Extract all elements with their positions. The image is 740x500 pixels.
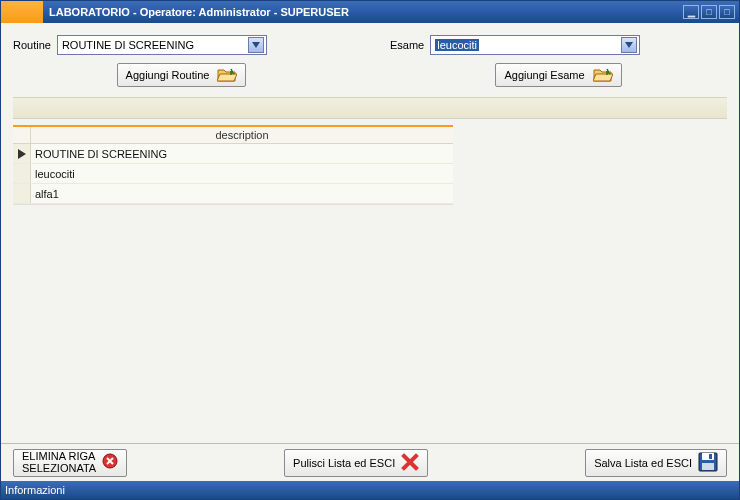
status-bar: Informazioni bbox=[1, 481, 739, 499]
window-title: LABORATORIO - Operatore: Administrator -… bbox=[49, 6, 683, 18]
clear-list-label: Pulisci Lista ed ESCI bbox=[293, 457, 395, 469]
grid-col-description[interactable]: description bbox=[31, 127, 453, 143]
save-list-label: Salva Lista ed ESCI bbox=[594, 457, 692, 469]
minimize-button[interactable]: ▁ bbox=[683, 5, 699, 19]
cell-description[interactable]: ROUTINE DI SCREENING bbox=[31, 148, 453, 160]
titlebar: LABORATORIO - Operatore: Administrator -… bbox=[1, 1, 739, 23]
exam-row: Esame leucociti bbox=[390, 33, 727, 57]
add-exam-button[interactable]: Aggiungi Esame bbox=[495, 63, 621, 87]
exam-combo-value: leucociti bbox=[435, 39, 621, 51]
status-text: Informazioni bbox=[5, 484, 65, 496]
app-window: LABORATORIO - Operatore: Administrator -… bbox=[0, 0, 740, 500]
row-indicator-icon bbox=[18, 149, 26, 159]
routine-combo[interactable]: ROUTINE DI SCREENING bbox=[57, 35, 267, 55]
svg-marker-1 bbox=[625, 42, 633, 48]
content-area: Routine ROUTINE DI SCREENING Aggiungi Ro… bbox=[1, 23, 739, 443]
chevron-down-icon bbox=[248, 37, 264, 53]
svg-rect-7 bbox=[702, 463, 714, 470]
cancel-icon bbox=[401, 453, 419, 473]
grid-corner bbox=[13, 127, 31, 143]
routine-label: Routine bbox=[13, 39, 51, 51]
svg-marker-2 bbox=[18, 149, 26, 159]
description-grid[interactable]: description ROUTINE DI SCREENINGleucocit… bbox=[13, 125, 453, 205]
add-exam-label: Aggiungi Esame bbox=[504, 69, 584, 81]
minimize-icon: ▁ bbox=[688, 8, 695, 17]
row-header[interactable] bbox=[13, 184, 31, 203]
svg-rect-6 bbox=[709, 454, 712, 459]
save-icon bbox=[698, 452, 718, 474]
delete-row-button[interactable]: ELIMINA RIGA SELEZIONATA bbox=[13, 449, 127, 477]
table-row[interactable]: alfa1 bbox=[13, 184, 453, 204]
folder-open-icon bbox=[217, 67, 237, 83]
close-button[interactable]: □ bbox=[719, 5, 735, 19]
maximize-icon: □ bbox=[706, 8, 711, 17]
folder-open-icon bbox=[593, 67, 613, 83]
grid-body: ROUTINE DI SCREENINGleucocitialfa1 bbox=[13, 144, 453, 204]
table-row[interactable]: ROUTINE DI SCREENING bbox=[13, 144, 453, 164]
svg-marker-0 bbox=[252, 42, 260, 48]
cell-description[interactable]: leucociti bbox=[31, 168, 453, 180]
routine-combo-value: ROUTINE DI SCREENING bbox=[62, 39, 248, 51]
svg-rect-5 bbox=[702, 453, 714, 460]
window-controls: ▁ □ □ bbox=[683, 5, 739, 19]
delete-icon bbox=[102, 453, 118, 472]
chevron-down-icon bbox=[621, 37, 637, 53]
table-row[interactable]: leucociti bbox=[13, 164, 453, 184]
close-icon: □ bbox=[724, 8, 729, 17]
grid-header: description bbox=[13, 127, 453, 144]
save-list-button[interactable]: Salva Lista ed ESCI bbox=[585, 449, 727, 477]
delete-row-label: ELIMINA RIGA SELEZIONATA bbox=[22, 451, 96, 474]
row-header[interactable] bbox=[13, 164, 31, 183]
row-header[interactable] bbox=[13, 144, 31, 163]
cell-description[interactable]: alfa1 bbox=[31, 188, 453, 200]
exam-label: Esame bbox=[390, 39, 424, 51]
footer-toolbar: ELIMINA RIGA SELEZIONATA Pulisci Lista e… bbox=[1, 443, 739, 481]
titlebar-accent bbox=[1, 1, 43, 23]
separator-band bbox=[13, 97, 727, 119]
add-routine-button[interactable]: Aggiungi Routine bbox=[117, 63, 247, 87]
maximize-button[interactable]: □ bbox=[701, 5, 717, 19]
add-routine-label: Aggiungi Routine bbox=[126, 69, 210, 81]
exam-combo[interactable]: leucociti bbox=[430, 35, 640, 55]
clear-list-button[interactable]: Pulisci Lista ed ESCI bbox=[284, 449, 428, 477]
routine-row: Routine ROUTINE DI SCREENING bbox=[13, 33, 350, 57]
